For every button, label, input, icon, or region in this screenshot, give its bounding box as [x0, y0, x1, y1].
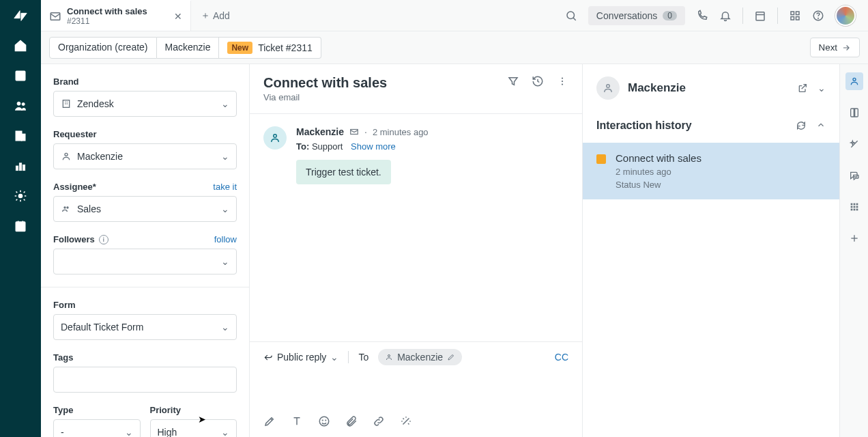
link-icon[interactable]	[373, 415, 385, 427]
svg-rect-55	[856, 209, 858, 211]
close-tab-icon[interactable]: ✕	[174, 11, 182, 22]
editor-toolbar	[250, 409, 582, 437]
search-icon[interactable]	[565, 10, 577, 22]
user-panel-icon[interactable]	[845, 72, 863, 90]
recipient-name: Mackenzie	[397, 352, 443, 363]
open-external-icon[interactable]	[797, 83, 808, 94]
assignee-label: Assignee*	[53, 182, 96, 192]
help-icon[interactable]	[812, 10, 824, 22]
ticket-title: Connect with sales	[263, 75, 387, 91]
svg-point-46	[853, 78, 856, 81]
chevron-down-icon: ⌄	[221, 203, 229, 214]
history-icon[interactable]	[532, 75, 544, 87]
organizations-icon[interactable]	[13, 128, 28, 143]
next-button[interactable]: Next	[810, 38, 860, 57]
add-tab-button[interactable]: ＋ Add	[191, 0, 240, 31]
user-avatar[interactable]	[835, 5, 856, 26]
breadcrumb-ticket[interactable]: New Ticket #2311	[219, 37, 321, 59]
breadcrumb-user[interactable]: Mackenzie	[157, 37, 220, 59]
history-item[interactable]: Connect with sales 2 minutes ago Status …	[583, 143, 839, 199]
svg-rect-52	[856, 206, 858, 208]
calendar-icon[interactable]	[13, 218, 28, 234]
plus-icon: ＋	[201, 10, 210, 22]
message-body: Trigger test ticket.	[296, 160, 391, 184]
svg-rect-0	[16, 71, 25, 80]
take-it-link[interactable]: take it	[213, 182, 237, 192]
more-icon[interactable]	[556, 75, 568, 87]
form-select[interactable]: Default Ticket Form ⌄	[53, 314, 237, 340]
reply-header: Public reply ⌄ To Mackenzie CC	[250, 341, 582, 372]
assignee-select[interactable]: Sales ⌄	[53, 196, 237, 222]
calendar-top-icon[interactable]	[754, 10, 766, 22]
conversations-button[interactable]: Conversations 0	[588, 6, 685, 25]
svg-rect-24	[791, 16, 794, 20]
text-format-icon[interactable]	[291, 415, 303, 427]
svg-rect-54	[853, 209, 855, 211]
ticket-tab[interactable]: Connect with sales #2311 ✕	[41, 0, 191, 31]
svg-rect-23	[796, 12, 800, 15]
recipient-chip[interactable]: Mackenzie	[378, 349, 462, 365]
show-more-link[interactable]: Show more	[351, 141, 396, 152]
views-icon[interactable]	[13, 68, 28, 83]
filter-icon[interactable]	[507, 75, 519, 87]
message-to-label: To:	[296, 141, 309, 152]
status-square-icon	[596, 154, 606, 164]
assignee-value: Sales	[77, 203, 216, 214]
svg-rect-50	[850, 206, 852, 208]
customers-icon[interactable]	[13, 98, 28, 113]
reporting-icon[interactable]	[13, 158, 28, 173]
svg-point-3	[17, 102, 20, 105]
sparkle-icon[interactable]	[845, 135, 863, 153]
knowledge-icon[interactable]	[845, 104, 863, 122]
svg-rect-53	[850, 209, 852, 211]
followers-input[interactable]: ⌄	[53, 249, 237, 274]
svg-point-39	[274, 135, 277, 138]
chevron-down-icon: ⌄	[125, 427, 133, 437]
add-app-icon[interactable]	[845, 229, 863, 247]
refresh-icon[interactable]	[796, 120, 807, 131]
svg-point-42	[319, 417, 329, 426]
apps-icon[interactable]	[845, 198, 863, 216]
priority-select[interactable]: High ⌄	[150, 419, 237, 437]
brand-select[interactable]: Zendesk ⌄	[53, 91, 237, 117]
svg-point-38	[562, 83, 563, 85]
tags-input[interactable]	[53, 367, 237, 393]
requester-select[interactable]: Mackenzie ⌄	[53, 143, 237, 169]
type-select[interactable]: - ⌄	[53, 419, 141, 437]
conversation-panel: Connect with sales Via email Mackenzie	[250, 64, 583, 437]
chevron-up-icon[interactable]	[816, 120, 826, 131]
reply-textarea[interactable]	[250, 372, 582, 409]
cc-button[interactable]: CC	[555, 352, 568, 363]
chevron-down-icon[interactable]: ⌄	[818, 83, 826, 94]
bell-icon[interactable]	[719, 10, 732, 22]
svg-point-41	[388, 355, 390, 357]
avatar	[596, 76, 620, 100]
follow-link[interactable]: follow	[214, 234, 237, 244]
chevron-down-icon: ⌄	[330, 352, 338, 363]
home-icon[interactable]	[13, 38, 28, 53]
zendesk-logo-icon[interactable]	[13, 8, 28, 23]
emoji-icon[interactable]	[318, 415, 330, 427]
svg-rect-51	[853, 206, 855, 208]
chat-icon[interactable]	[845, 167, 863, 184]
compose-icon[interactable]	[263, 415, 276, 427]
phone-icon[interactable]	[696, 10, 708, 22]
interaction-history-title: Interaction history	[596, 119, 692, 132]
divider	[348, 351, 349, 363]
svg-rect-48	[853, 203, 855, 206]
context-panel: Mackenzie ⌄ Interaction history Connect …	[583, 64, 839, 437]
info-icon[interactable]: i	[99, 235, 108, 244]
breadcrumb-org[interactable]: Organization (create)	[49, 37, 157, 59]
admin-icon[interactable]	[13, 188, 28, 203]
tab-title: Connect with sales	[67, 6, 169, 17]
history-item-title: Connect with sales	[616, 152, 701, 164]
tags-label: Tags	[53, 352, 237, 363]
priority-label: Priority	[150, 405, 237, 415]
apps-grid-icon[interactable]	[789, 10, 801, 22]
reply-type-select[interactable]: Public reply ⌄	[263, 352, 338, 363]
attachment-icon[interactable]	[345, 415, 358, 427]
form-label: Form	[53, 300, 237, 310]
svg-rect-25	[796, 16, 800, 20]
magic-icon[interactable]	[400, 415, 412, 427]
context-user-name: Mackenzie	[628, 81, 686, 95]
